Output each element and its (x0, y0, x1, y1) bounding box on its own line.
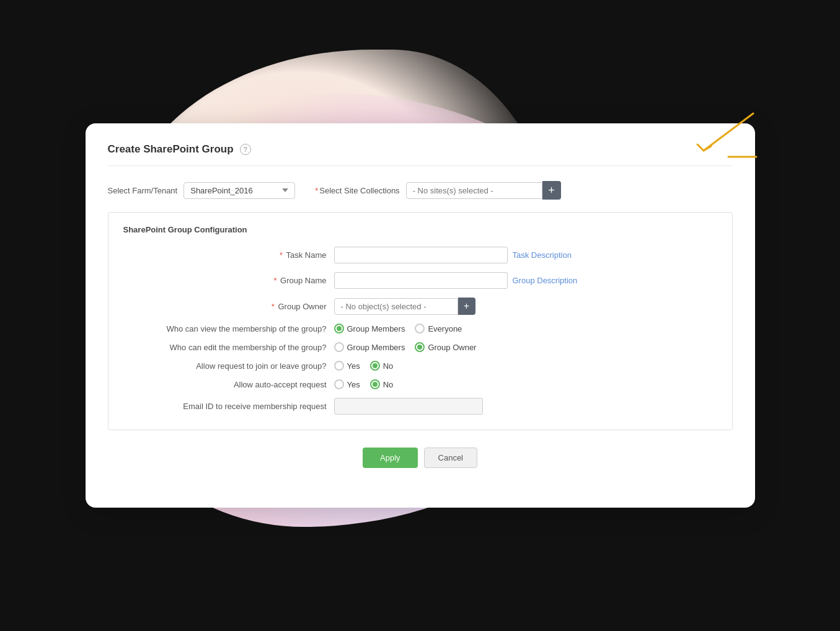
view-membership-radio-group: Group Members Everyone (334, 324, 462, 333)
group-owner-add-btn[interactable]: + (458, 298, 475, 315)
join-yes-radio[interactable] (334, 361, 344, 371)
modal: Create SharePoint Group ? Select Farm/Te… (86, 123, 755, 508)
auto-accept-controls: Yes No (334, 379, 717, 389)
group-owner-controls: + (334, 298, 717, 315)
edit-group-members-radio[interactable] (334, 342, 344, 352)
group-owner-input[interactable] (334, 298, 458, 315)
owner-input-group: + (334, 298, 475, 315)
task-name-label: * Task Name (123, 250, 334, 260)
svg-line-0 (704, 113, 753, 151)
task-name-input[interactable] (334, 247, 508, 263)
edit-membership-row: Who can edit the membership of the group… (123, 342, 717, 352)
auto-accept-radio-group: Yes No (334, 379, 394, 389)
config-section-title: SharePoint Group Configuration (123, 225, 717, 234)
site-collection-label: *Select Site Collections (315, 186, 399, 195)
edit-group-owner-option[interactable]: Group Owner (415, 342, 476, 352)
auto-accept-row: Allow auto-accept request Yes No (123, 379, 717, 389)
join-no-option[interactable]: No (370, 361, 394, 371)
auto-yes-radio[interactable] (334, 379, 344, 389)
join-leave-radio-group: Yes No (334, 361, 394, 371)
modal-title-row: Create SharePoint Group ? (108, 143, 733, 166)
edit-group-owner-radio[interactable] (415, 342, 425, 352)
view-everyone-option[interactable]: Everyone (415, 324, 462, 333)
edit-group-members-option[interactable]: Group Members (334, 342, 405, 352)
group-name-controls: Group Description (334, 272, 717, 289)
config-section: SharePoint Group Configuration * Task Na… (108, 212, 733, 430)
group-name-row: * Group Name Group Description (123, 272, 717, 289)
farm-select[interactable]: SharePoint_2016 SharePoint_2019 SharePoi… (183, 182, 295, 199)
view-group-members-radio[interactable] (334, 324, 344, 333)
view-everyone-radio[interactable] (415, 324, 425, 333)
help-icon[interactable]: ? (240, 144, 251, 155)
site-collection-add-btn[interactable]: + (542, 181, 561, 200)
email-label: Email ID to receive membership request (123, 402, 334, 411)
task-name-row: * Task Name Task Description (123, 247, 717, 263)
view-membership-row: Who can view the membership of the group… (123, 324, 717, 333)
task-name-controls: Task Description (334, 247, 717, 263)
auto-no-radio[interactable] (370, 379, 380, 389)
group-description-link[interactable]: Group Description (513, 276, 578, 285)
view-membership-controls: Group Members Everyone (334, 324, 717, 333)
group-owner-label: * Group Owner (123, 302, 334, 311)
apply-button[interactable]: Apply (363, 448, 418, 468)
auto-yes-option[interactable]: Yes (334, 379, 360, 389)
join-yes-option[interactable]: Yes (334, 361, 360, 371)
edit-membership-radio-group: Group Members Group Owner (334, 342, 477, 352)
edit-membership-label: Who can edit the membership of the group… (123, 343, 334, 352)
group-owner-row: * Group Owner + (123, 298, 717, 315)
join-leave-controls: Yes No (334, 361, 717, 371)
task-description-link[interactable]: Task Description (513, 250, 572, 260)
email-controls (334, 398, 717, 415)
auto-no-option[interactable]: No (370, 379, 394, 389)
modal-title: Create SharePoint Group (108, 143, 234, 156)
view-membership-label: Who can view the membership of the group… (123, 324, 334, 333)
auto-accept-label: Allow auto-accept request (123, 380, 334, 389)
arrow-annotation (685, 110, 759, 166)
group-name-label: * Group Name (123, 276, 334, 285)
top-form-row: Select Farm/Tenant SharePoint_2016 Share… (108, 181, 733, 200)
cancel-button[interactable]: Cancel (424, 448, 477, 468)
join-leave-row: Allow request to join or leave group? Ye… (123, 361, 717, 371)
join-leave-label: Allow request to join or leave group? (123, 361, 334, 371)
edit-membership-controls: Group Members Group Owner (334, 342, 717, 352)
view-group-members-option[interactable]: Group Members (334, 324, 405, 333)
form-grid: * Task Name Task Description * Group Nam… (123, 247, 717, 415)
site-collection-input[interactable] (406, 182, 542, 199)
email-row: Email ID to receive membership request (123, 398, 717, 415)
join-no-radio[interactable] (370, 361, 380, 371)
site-collection-group: + (406, 181, 561, 200)
group-name-input[interactable] (334, 272, 508, 289)
email-input[interactable] (334, 398, 483, 415)
buttons-row: Apply Cancel (108, 448, 733, 468)
farm-label: Select Farm/Tenant (108, 186, 178, 195)
